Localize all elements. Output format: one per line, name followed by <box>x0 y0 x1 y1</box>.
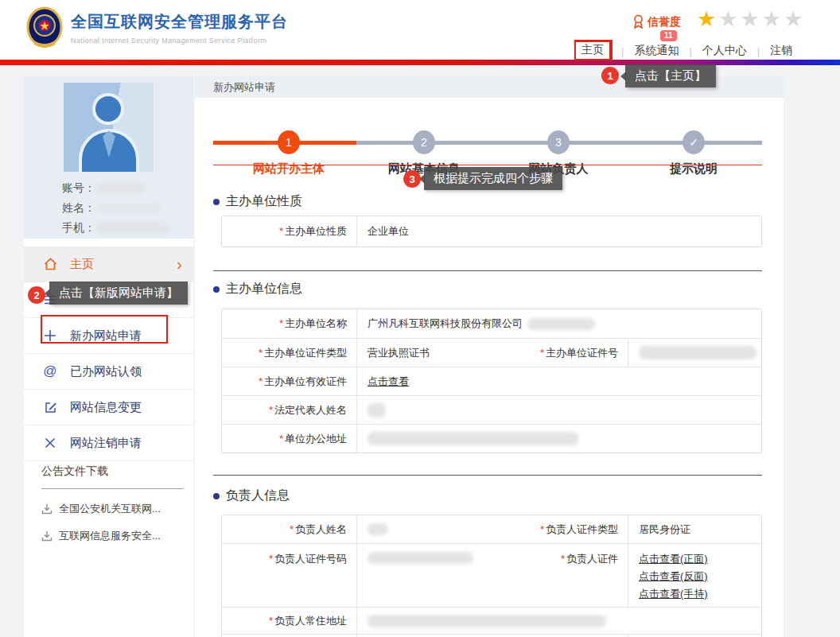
bullet-icon <box>213 286 220 293</box>
view-id-back-link[interactable]: 点击查看(反面) <box>639 569 761 584</box>
nav-system-notices[interactable]: 系统通知 <box>634 44 679 58</box>
redacted-value <box>639 346 756 359</box>
sidebar-item-label: 网站注销申请 <box>70 436 142 451</box>
reputation-stars: ★★★★★ <box>697 6 805 32</box>
profile-info: 账号： 姓名： 手机： <box>62 178 169 238</box>
bullet-icon <box>213 199 220 205</box>
nav-separator: | <box>621 45 624 57</box>
required-mark: * <box>290 523 294 535</box>
table-row: *负责人姓名 *负责人证件类型 居民身份证 <box>222 515 761 543</box>
field-label: *负责人证件类型 <box>492 522 628 537</box>
annotation-circle-1: 1 <box>601 67 619 84</box>
nature-table: *主办单位性质 企业单位 <box>221 216 762 247</box>
table-row: *主办单位性质 企业单位 <box>222 216 761 247</box>
police-emblem-logo <box>26 6 63 49</box>
required-mark: * <box>259 347 262 359</box>
app-subtitle: National Internet Security Management Se… <box>71 37 288 45</box>
main-content: 新办网站申请 1 2 3 ✓ 网站开办主体 网站基本信息 网站负责人 提示说明 … <box>195 76 784 637</box>
annotation-tooltip-1: 点击【主页】 <box>625 64 716 87</box>
profile-card: 账号： 姓名： 手机： <box>24 76 193 239</box>
close-icon <box>41 435 59 451</box>
bullet-icon <box>213 493 220 499</box>
field-value <box>356 544 492 607</box>
nav-logout[interactable]: 注销 <box>770 44 792 58</box>
nav-personal-center[interactable]: 个人中心 <box>702 44 747 58</box>
field-label: *负责人常住地址 <box>222 614 356 628</box>
page-title: 新办网站申请 <box>213 80 275 95</box>
view-id-front-link[interactable]: 点击查看(正面) <box>639 552 761 566</box>
brand: 全国互联网安全管理服务平台 National Internet Security… <box>26 6 288 49</box>
table-row <box>222 634 761 637</box>
redacted-phone-value <box>95 223 169 233</box>
star-icon: ★ <box>740 7 761 31</box>
nav-separator: | <box>757 45 760 57</box>
app-header: 全国互联网安全管理服务平台 National Internet Security… <box>0 0 840 60</box>
section-title-org: 主办单位信息 <box>213 281 302 297</box>
phone-label: 手机： <box>62 218 95 238</box>
download-link-label: 全国公安机关互联网... <box>59 502 161 516</box>
step-circle-2: 2 <box>413 130 435 154</box>
avatar-head <box>92 93 124 125</box>
at-icon: @ <box>41 363 59 379</box>
table-row: *负责人常住地址 <box>222 607 761 634</box>
annotation-circle-3: 3 <box>403 170 421 188</box>
wizard-divider <box>213 165 762 165</box>
sidebar-item-home[interactable]: 主页 › <box>24 247 193 282</box>
sidebar-menu: 主页 › 新办网站申请 @ 已办网站认领 <box>24 247 193 461</box>
field-label: *主办单位性质 <box>222 224 356 239</box>
annotation-box-home-nav <box>574 40 612 60</box>
section-title-text: 负责人信息 <box>226 487 290 504</box>
reputation: 信誉度 <box>632 14 681 29</box>
avatar <box>64 83 154 172</box>
view-org-cert-link[interactable]: 点击查看 <box>368 375 409 389</box>
nav-separator: | <box>689 45 691 57</box>
field-label: *主办单位名称 <box>222 317 356 331</box>
star-icon: ★ <box>762 7 784 31</box>
download-link-label: 互联网信息服务安全... <box>59 529 161 543</box>
field-value: 点击查看 <box>356 367 761 395</box>
redacted-value <box>368 523 388 535</box>
download-link[interactable]: 全国公安机关互联网... <box>41 502 183 516</box>
star-icon: ★ <box>697 7 718 31</box>
required-mark: * <box>259 375 262 387</box>
field-label: *单位办公地址 <box>222 432 356 446</box>
table-row: *主办单位证件类型 营业执照证书 *主办单位证件号 <box>222 338 761 367</box>
required-mark: * <box>279 317 283 329</box>
sidebar-item-change-website-info[interactable]: 网站信息变更 <box>24 390 193 425</box>
download-link[interactable]: 互联网信息服务安全... <box>41 529 183 543</box>
downloads-title: 公告文件下载 <box>41 464 183 489</box>
section-title-nature: 主办单位性质 <box>213 193 302 210</box>
table-row: *负责人证件号码 *负责人证件 点击查看(正面) 点击查看(反面) 点击查看(手… <box>222 543 761 607</box>
field-value: 点击查看(正面) 点击查看(反面) 点击查看(手持) <box>628 544 761 607</box>
sidebar-item-claim-website[interactable]: @ 已办网站认领 <box>24 354 193 390</box>
edit-icon <box>41 399 59 415</box>
field-value <box>356 608 761 634</box>
required-mark: * <box>279 225 283 237</box>
field-value <box>356 396 761 424</box>
home-icon <box>41 256 59 272</box>
star-icon: ★ <box>718 7 740 31</box>
annotation-tooltip-2: 点击【新版网站申请】 <box>49 282 188 305</box>
org-table: *主办单位名称 广州凡科互联网科技股份有限公司 *主办单位证件类型 营业执照证书… <box>221 309 762 453</box>
sidebar: 账号： 姓名： 手机： 主页 › <box>24 76 193 637</box>
star-icon: ★ <box>784 7 805 31</box>
required-mark: * <box>540 347 544 359</box>
redacted-account-value <box>95 183 145 193</box>
name-label: 姓名： <box>62 198 95 218</box>
chevron-right-icon: › <box>177 258 182 270</box>
redacted-value <box>368 403 386 418</box>
step-label-4: 提示说明 <box>638 161 749 177</box>
sidebar-item-label: 网站信息变更 <box>70 400 142 415</box>
redacted-value <box>527 318 595 330</box>
view-id-handheld-link[interactable]: 点击查看(手持) <box>639 587 761 601</box>
sidebar-item-cancel-website[interactable]: 网站注销申请 <box>24 425 193 461</box>
annotation-circle-2: 2 <box>28 286 45 304</box>
required-mark: * <box>269 404 273 416</box>
annotation-tooltip-3: 根据提示完成四个步骤 <box>424 167 562 190</box>
table-row: *主办单位名称 广州凡科互联网科技股份有限公司 <box>222 309 761 338</box>
table-row: *单位办公地址 <box>222 424 761 453</box>
required-mark: * <box>279 433 283 445</box>
field-value <box>356 425 761 453</box>
required-mark: * <box>269 615 273 627</box>
step-circle-4-check: ✓ <box>682 130 705 154</box>
